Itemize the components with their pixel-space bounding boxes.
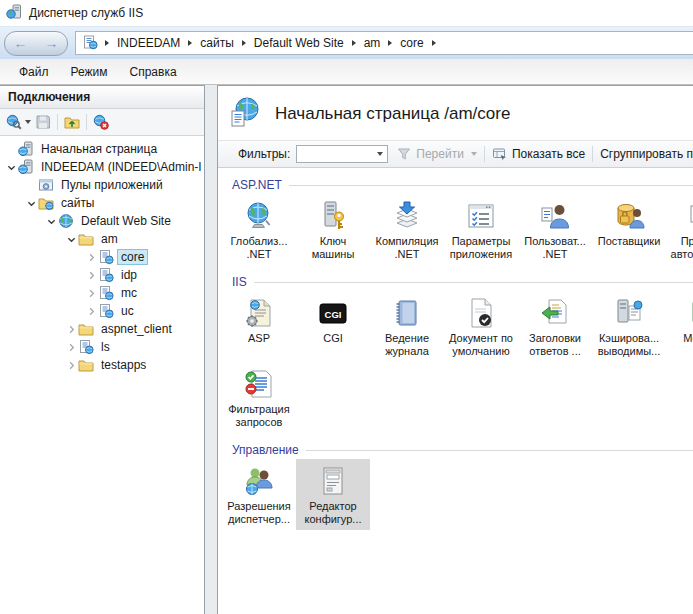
chevron-down-icon[interactable] xyxy=(5,163,18,172)
chevron-right-icon[interactable] xyxy=(65,325,78,334)
feature-cgi[interactable]: CGICGI xyxy=(296,291,370,362)
tree-item-uc[interactable]: uc xyxy=(0,302,204,320)
go-caret-icon[interactable] xyxy=(471,152,477,156)
tree-item-label[interactable]: INDEEDAM (INDEED\Admin-I xyxy=(38,160,204,174)
feature-manager-permissions[interactable]: Разрешениядиспетчер... xyxy=(222,459,296,530)
chevron-right-icon[interactable] xyxy=(65,361,78,370)
feature-logging[interactable]: Ведениежурнала xyxy=(370,291,444,362)
tree-item-label[interactable]: aspnet_client xyxy=(98,322,175,336)
breadcrumb-arrow-icon xyxy=(352,40,356,46)
tree-item-indeedam-indeed-admin-i[interactable]: INDEEDAM (INDEED\Admin-I xyxy=(0,158,204,176)
breadcrumb-item-1[interactable]: сайты xyxy=(199,36,235,50)
menu-файл[interactable]: Файл xyxy=(8,65,60,79)
chevron-right-icon[interactable] xyxy=(85,307,98,316)
feature-machine-key[interactable]: Ключмашины xyxy=(296,194,370,265)
cgi-icon: CGI xyxy=(317,297,349,329)
combo-caret-icon[interactable] xyxy=(377,152,383,156)
feature-app-settings[interactable]: Параметрыприложения xyxy=(444,194,518,265)
folder-icon xyxy=(78,231,94,247)
feature-default-doc[interactable]: Документ поумолчанию xyxy=(444,291,518,362)
tree-item-начальная-страница[interactable]: Начальная страница xyxy=(0,140,204,158)
tree-item-ls[interactable]: ls xyxy=(0,338,204,356)
tree-item-label[interactable]: mc xyxy=(118,286,140,300)
filter-funnel-icon xyxy=(396,146,412,162)
filter-combobox[interactable] xyxy=(296,145,388,163)
chevron-right-icon[interactable] xyxy=(85,271,98,280)
manager-permissions-icon xyxy=(243,465,275,497)
feature-label: Документ поумолчанию xyxy=(449,332,513,357)
go-button[interactable]: Перейти xyxy=(416,147,464,161)
create-connection-button[interactable] xyxy=(4,112,33,132)
panel-splitter[interactable] xyxy=(205,85,217,614)
feature-asp[interactable]: ASP xyxy=(222,291,296,362)
tree-item-пулы-приложений[interactable]: Пулы приложений xyxy=(0,176,204,194)
section-rule xyxy=(306,450,693,451)
show-all-button[interactable]: Показать все xyxy=(512,147,585,161)
group-by-button[interactable]: Сгруппировать п xyxy=(600,147,693,161)
feature-output-caching[interactable]: Кэширова...выводимы... xyxy=(592,291,666,362)
feature-config-editor[interactable]: Редакторконфигур... xyxy=(296,459,370,530)
tree-item-mc[interactable]: mc xyxy=(0,284,204,302)
save-connections-button[interactable] xyxy=(33,112,53,132)
tree-item-core[interactable]: core xyxy=(0,248,204,266)
chevron-right-icon[interactable] xyxy=(85,253,98,262)
home-page-globe-icon xyxy=(228,95,262,133)
tree-item-label[interactable]: testapps xyxy=(98,358,149,372)
feature-providers[interactable]: Поставщики xyxy=(592,194,666,265)
forward-arrow-icon[interactable]: → xyxy=(45,36,59,50)
tree-item-label[interactable]: uc xyxy=(118,304,137,318)
tree-item-label[interactable]: Пулы приложений xyxy=(58,178,166,192)
feature-compilation[interactable]: Компиляция.NET xyxy=(370,194,444,265)
app-pools-icon xyxy=(38,177,54,193)
tree-item-label[interactable]: core xyxy=(118,250,147,264)
up-button[interactable] xyxy=(62,112,82,132)
tree-item-am[interactable]: am xyxy=(0,230,204,248)
chevron-right-icon[interactable] xyxy=(85,289,98,298)
delete-connection-button[interactable] xyxy=(91,112,111,132)
menu-режим[interactable]: Режим xyxy=(60,65,119,79)
tree-item-label[interactable]: idp xyxy=(118,268,140,282)
home-server-icon xyxy=(18,141,34,157)
feature-label: Модули xyxy=(683,332,693,345)
feature-globalization[interactable]: Глобализ....NET xyxy=(222,194,296,265)
breadcrumb-item-3[interactable]: am xyxy=(363,36,382,50)
tree-item-default-web-site[interactable]: Default Web Site xyxy=(0,212,204,230)
dropdown-caret-icon[interactable] xyxy=(25,120,31,124)
chevron-down-icon[interactable] xyxy=(45,217,58,226)
tree-item-label[interactable]: Default Web Site xyxy=(78,214,174,228)
menu-bar: ФайлРежимСправка xyxy=(0,59,693,85)
tree-item-сайты[interactable]: сайты xyxy=(0,194,204,212)
modules-icon xyxy=(687,297,693,329)
breadcrumb-item-0[interactable]: INDEEDAM xyxy=(116,36,181,50)
chevron-right-icon[interactable] xyxy=(65,343,78,352)
tree-item-label[interactable]: ls xyxy=(98,340,113,354)
feature-label: Фильтрациязапросов xyxy=(228,403,289,428)
feature-label: Ведениежурнала xyxy=(385,332,429,357)
chevron-down-icon[interactable] xyxy=(65,235,78,244)
tree-item-label[interactable]: am xyxy=(98,232,121,246)
iis-manager-window: { "window": { "title": "Диспетчер служб … xyxy=(0,0,693,614)
tree-item-idp[interactable]: idp xyxy=(0,266,204,284)
feature-label: CGI xyxy=(323,332,343,345)
main-header: Начальная страница /am/core xyxy=(218,86,693,140)
feature-auth-rules[interactable]: Правилаавторизации xyxy=(666,194,693,265)
new-connection-icon xyxy=(6,114,22,130)
feature-request-filtering[interactable]: Фильтрациязапросов xyxy=(222,362,296,433)
tree-item-testapps[interactable]: testapps xyxy=(0,356,204,374)
tree-item-label[interactable]: Начальная страница xyxy=(38,142,160,156)
feature-response-headers[interactable]: Заголовкиответов ... xyxy=(518,291,592,362)
connections-toolbar xyxy=(0,109,204,136)
menu-справка[interactable]: Справка xyxy=(119,65,188,79)
feature-users[interactable]: Пользоват....NET xyxy=(518,194,592,265)
chevron-down-icon[interactable] xyxy=(25,199,38,208)
back-arrow-icon[interactable]: ← xyxy=(14,36,28,50)
tree-item-aspnet_client[interactable]: aspnet_client xyxy=(0,320,204,338)
section-header-iis: IIS xyxy=(222,275,693,289)
tree-item-label[interactable]: сайты xyxy=(58,196,98,210)
toolbar-separator xyxy=(86,114,87,130)
breadcrumb-item-4[interactable]: core xyxy=(399,36,424,50)
breadcrumb-arrow-icon xyxy=(242,40,246,46)
breadcrumb-item-2[interactable]: Default Web Site xyxy=(253,36,345,50)
feature-modules[interactable]: Модули xyxy=(666,291,693,362)
window-title: Диспетчер служб IIS xyxy=(29,6,143,20)
